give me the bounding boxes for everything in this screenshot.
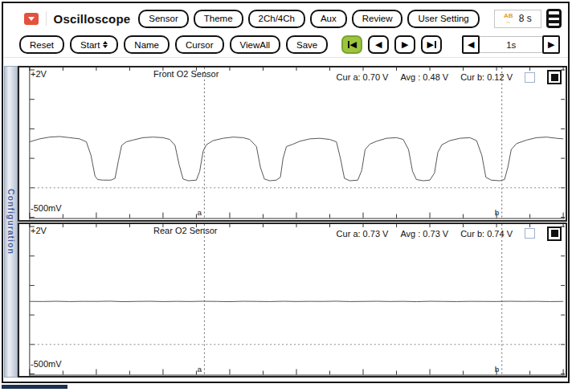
step-back-icon: ◀ (375, 39, 382, 50)
plot-area-rear-o2[interactable]: ab (19, 224, 566, 377)
user-setting-button[interactable]: User Setting (407, 10, 479, 28)
skip-end-icon (435, 41, 436, 48)
viewall-button[interactable]: ViewAll (230, 35, 281, 54)
dropdown-icon[interactable] (24, 13, 39, 25)
toolbar: Reset Start Name Cursor ViewAll Save ◀ ◀… (3, 32, 568, 58)
channel-panels: +2V Front O2 Sensor Cur a: 0.70 V Avg : … (18, 66, 567, 378)
cursor-a-readout: Cur a: 0.70 V (337, 72, 389, 82)
svg-text:a: a (197, 208, 202, 217)
total-time-display: AB ↔ 8 s (494, 10, 541, 28)
y-max-label: +2V (31, 69, 47, 79)
configuration-tab-label: Configuration (6, 189, 16, 255)
menu-icon[interactable] (546, 9, 562, 28)
timebase-value: 1s (480, 36, 542, 53)
total-time-value: 8 s (519, 13, 532, 24)
step-forward-icon: ▶ (402, 39, 408, 50)
channel-panel-front-o2: +2V Front O2 Sensor Cur a: 0.70 V Avg : … (18, 66, 567, 222)
channel-maximize-button[interactable] (547, 70, 562, 84)
oscilloscope-window: Oscilloscope Sensor Theme 2Ch/4Ch Aux Re… (2, 2, 570, 383)
cursor-a-readout: Cur a: 0.73 V (337, 229, 389, 239)
step-forward-button[interactable]: ▶ (394, 35, 415, 54)
channel-mode-button[interactable]: 2Ch/4Ch (248, 10, 305, 28)
sensor-button[interactable]: Sensor (138, 10, 188, 28)
channel-maximize-button[interactable] (547, 227, 562, 241)
divider (46, 11, 47, 26)
timebase-increase-button[interactable]: ▶ (542, 35, 560, 54)
channel-title: Rear O2 Sensor (153, 226, 217, 235)
channel-checkbox[interactable] (525, 228, 535, 239)
theme-button[interactable]: Theme (194, 10, 243, 28)
channel-panel-rear-o2: +2V Rear O2 Sensor Cur a: 0.73 V Avg : 0… (18, 223, 567, 378)
step-back-button[interactable]: ◀ (368, 35, 389, 54)
timebase-group: ◀ 1s ▶ (462, 35, 560, 54)
updown-spinner-icon (103, 39, 108, 51)
measurement-row: Cur a: 0.70 V Avg : 0.48 V Cur b: 0.12 V (337, 70, 562, 84)
channel-checkbox[interactable] (525, 72, 535, 83)
reset-button[interactable]: Reset (19, 35, 64, 54)
plot-area-front-o2[interactable]: ab (19, 67, 566, 220)
main-area: Configuration +2V Front O2 Sensor Cur a:… (4, 66, 567, 378)
svg-text:b: b (495, 208, 500, 217)
bottom-bar-fragment (2, 385, 67, 389)
cursor-b-readout: Cur b: 0.12 V (460, 72, 513, 82)
cursor-button[interactable]: Cursor (175, 35, 224, 54)
channel-title: Front O2 Sensor (153, 69, 219, 79)
skip-start-icon (348, 41, 349, 48)
title-bar: Oscilloscope Sensor Theme 2Ch/4Ch Aux Re… (3, 3, 568, 32)
configuration-tab[interactable]: Configuration (4, 66, 18, 378)
y-min-label: -500mV (31, 359, 62, 369)
measurement-row: Cur a: 0.73 V Avg : 0.73 V Cur b: 0.74 V (337, 227, 562, 241)
svg-text:b: b (495, 364, 500, 373)
cursor-b-readout: Cur b: 0.74 V (460, 229, 513, 239)
skip-to-start-button[interactable]: ◀ (341, 35, 362, 54)
save-button[interactable]: Save (286, 35, 328, 54)
review-button[interactable]: Review (352, 10, 403, 28)
y-max-label: +2V (31, 226, 47, 235)
svg-text:a: a (197, 364, 202, 373)
avg-readout: Avg : 0.73 V (400, 229, 448, 239)
start-button[interactable]: Start (70, 35, 118, 54)
avg-readout: Avg : 0.48 V (400, 72, 448, 82)
app-title: Oscilloscope (54, 12, 131, 26)
y-min-label: -500mV (31, 203, 62, 213)
aux-button[interactable]: Aux (310, 10, 347, 28)
timebase-decrease-button[interactable]: ◀ (462, 35, 480, 54)
skip-to-end-button[interactable]: ▶ (421, 35, 442, 54)
ab-measure-icon: AB ↔ (504, 13, 513, 24)
name-button[interactable]: Name (124, 35, 170, 54)
